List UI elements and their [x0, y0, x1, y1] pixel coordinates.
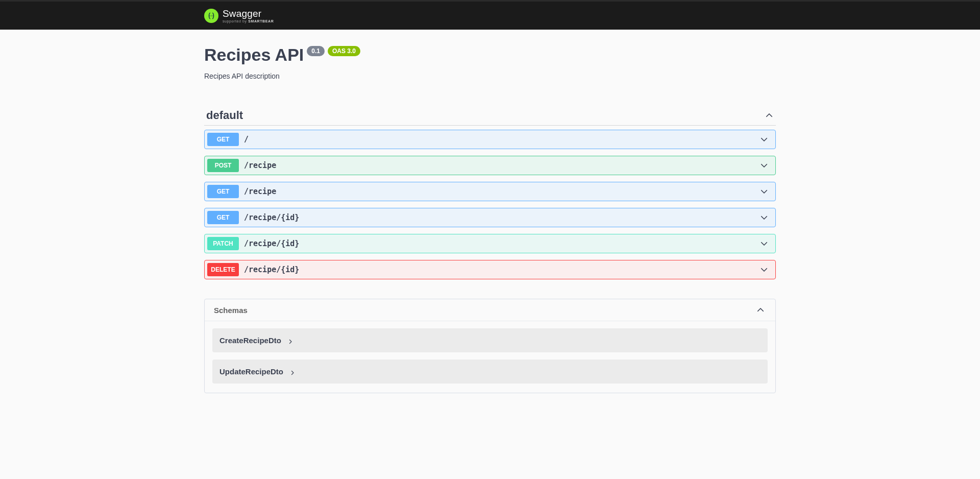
- operation-row[interactable]: GET/recipe: [204, 182, 776, 201]
- svg-point-2: [212, 15, 213, 16]
- schema-name: UpdateRecipeDto: [219, 367, 283, 376]
- api-description: Recipes API description: [204, 72, 776, 80]
- swagger-logo-text: Swagger supported by SMARTBEAR: [223, 9, 274, 23]
- tag-name: default: [206, 109, 243, 122]
- http-method-badge: GET: [207, 185, 239, 198]
- http-method-badge: DELETE: [207, 263, 239, 276]
- schemas-list: CreateRecipeDtoUpdateRecipeDto: [205, 321, 775, 393]
- svg-point-0: [209, 15, 210, 16]
- swagger-logo[interactable]: Swagger supported by SMARTBEAR: [204, 9, 274, 23]
- schema-item[interactable]: CreateRecipeDto: [212, 328, 768, 352]
- chevron-up-icon: [756, 305, 765, 315]
- endpoint-path: /recipe/{id}: [244, 213, 760, 222]
- chevron-down-icon: [760, 239, 769, 248]
- endpoint-path: /recipe/{id}: [244, 265, 760, 274]
- schemas-header[interactable]: Schemas: [205, 299, 775, 321]
- api-title-row: Recipes API 0.1 OAS 3.0: [204, 45, 776, 65]
- http-method-badge: PATCH: [207, 237, 239, 250]
- chevron-right-icon: [287, 338, 293, 344]
- schemas-title: Schemas: [214, 306, 248, 315]
- topbar: Swagger supported by SMARTBEAR: [0, 2, 980, 30]
- http-method-badge: GET: [207, 133, 239, 146]
- chevron-down-icon: [760, 187, 769, 196]
- chevron-right-icon: [289, 369, 296, 375]
- version-badge: 0.1: [307, 46, 325, 56]
- operation-row[interactable]: GET/recipe/{id}: [204, 208, 776, 227]
- schema-item[interactable]: UpdateRecipeDto: [212, 360, 768, 384]
- chevron-up-icon: [765, 111, 774, 120]
- http-method-badge: POST: [207, 159, 239, 172]
- swagger-logo-icon: [204, 9, 218, 23]
- operation-row[interactable]: POST/recipe: [204, 156, 776, 175]
- logo-sub-text: supported by SMARTBEAR: [223, 19, 274, 23]
- operations-list: GET/POST/recipeGET/recipeGET/recipe/{id}…: [204, 130, 776, 279]
- endpoint-path: /: [244, 135, 760, 144]
- operation-row[interactable]: PATCH/recipe/{id}: [204, 234, 776, 253]
- operation-row[interactable]: DELETE/recipe/{id}: [204, 260, 776, 279]
- chevron-down-icon: [760, 265, 769, 274]
- http-method-badge: GET: [207, 211, 239, 224]
- chevron-down-icon: [760, 213, 769, 222]
- logo-main-text: Swagger: [223, 9, 274, 18]
- endpoint-path: /recipe: [244, 161, 760, 170]
- operation-row[interactable]: GET/: [204, 130, 776, 149]
- tag-header[interactable]: default: [204, 106, 776, 126]
- svg-point-1: [211, 15, 212, 16]
- schema-name: CreateRecipeDto: [219, 336, 281, 345]
- api-title: Recipes API: [204, 45, 304, 65]
- oas-badge: OAS 3.0: [328, 46, 360, 56]
- schemas-section: Schemas CreateRecipeDtoUpdateRecipeDto: [204, 299, 776, 393]
- chevron-down-icon: [760, 135, 769, 144]
- endpoint-path: /recipe/{id}: [244, 239, 760, 248]
- endpoint-path: /recipe: [244, 187, 760, 196]
- chevron-down-icon: [760, 161, 769, 170]
